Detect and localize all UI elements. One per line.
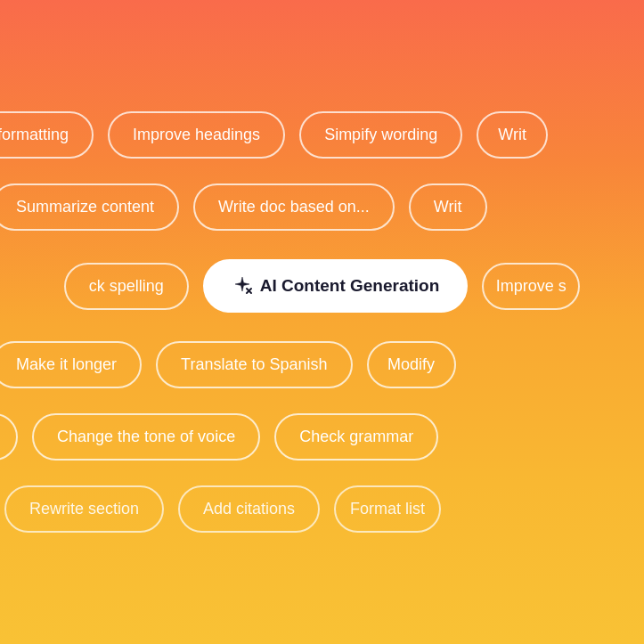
pill-improve-headings[interactable]: Improve headings [108,111,285,159]
pill-write-extra[interactable]: Writ [409,183,487,231]
magic-wand-icon [232,275,253,297]
pill-check-grammar[interactable]: Check grammar [274,413,438,461]
pill-extra-row1[interactable]: Writ [477,111,548,159]
pill-modify-partial[interactable]: Modify [367,341,456,388]
pill-row-2: Summarize content Write doc based on... … [0,171,635,243]
pill-improve-s-partial[interactable]: Improve s [482,263,580,310]
pill-fix-formatting[interactable]: Fix formatting [0,111,94,159]
pill-row-4: Make it longer Translate to Spanish Modi… [0,329,635,401]
pill-bottom-1[interactable]: Rewrite section [4,485,164,533]
pill-row-5: ice Change the tone of voice Check gramm… [0,401,635,473]
pill-write-doc[interactable]: Write doc based on... [193,183,395,231]
pill-simplify-wording[interactable]: Simpify wording [299,111,462,159]
pill-row-1: Fix formatting Improve headings Simpify … [0,99,626,171]
pill-summarize[interactable]: Summarize content [0,183,179,231]
pill-row-3: ck spelling AI Content Generation Improv… [0,243,644,329]
pill-check-spelling-partial[interactable]: ck spelling [64,263,189,310]
pill-bottom-2[interactable]: Add citations [178,485,320,533]
pill-change-tone[interactable]: Change the tone of voice [32,413,260,461]
main-background: Fix formatting Improve headings Simpify … [0,0,644,644]
pill-bottom-3[interactable]: Format list [334,485,441,533]
pill-translate-spanish[interactable]: Translate to Spanish [156,341,352,388]
pill-make-longer[interactable]: Make it longer [0,341,142,388]
pill-voice-partial[interactable]: ice [0,413,18,461]
pill-row-6: Rewrite section Add citations Format lis… [4,473,644,545]
pill-ai-content-gen[interactable]: AI Content Generation [203,259,469,313]
